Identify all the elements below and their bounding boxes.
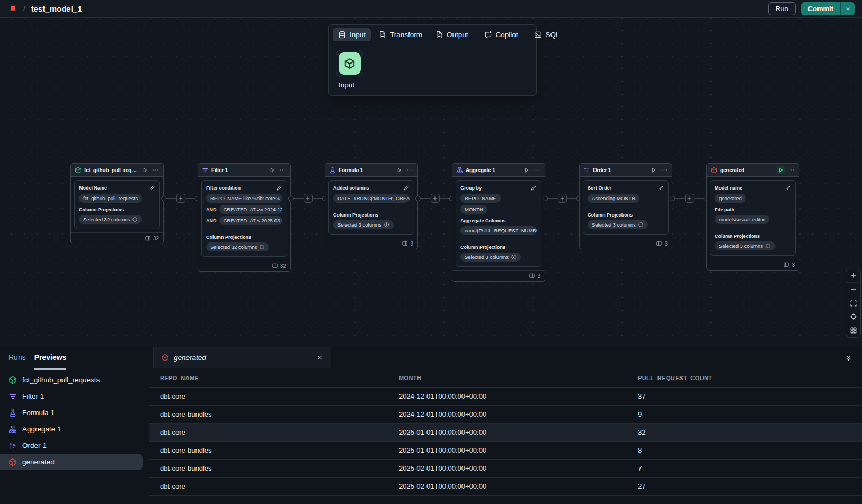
table-cell: 8: [638, 446, 862, 454]
add-node-button[interactable]: [685, 194, 694, 203]
table-row[interactable]: dbt-core2025-02-01T00:00:00+00:0027: [149, 478, 862, 496]
table-row[interactable]: dbt-core2024-12-01T00:00:00+00:0037: [149, 388, 862, 406]
node-value-pill[interactable]: CREATED_AT >= 2024-12-01: [219, 205, 283, 214]
locate-button[interactable]: [846, 310, 860, 323]
node-value-pill[interactable]: Selected 3 columns: [715, 241, 775, 250]
run-node-button[interactable]: [141, 166, 149, 174]
preview-tab-generated[interactable]: generated: [153, 347, 331, 368]
node-menu-button[interactable]: [279, 166, 287, 174]
node-value-pill[interactable]: DATE_TRUNC('MONTH', CREATED_AT...: [333, 194, 410, 203]
node-value-pill[interactable]: Selected 3 columns: [588, 220, 648, 229]
zoom-out-button[interactable]: [846, 282, 860, 296]
node-value-pill[interactable]: generated: [715, 194, 746, 203]
node-menu-button[interactable]: [152, 166, 159, 174]
add-node-button[interactable]: [176, 194, 185, 203]
run-node-button[interactable]: [777, 166, 785, 174]
node-field-row: Selected 32 columns: [79, 215, 155, 224]
column-header[interactable]: PULL_REQUEST_COUNT: [638, 375, 862, 381]
run-node-button[interactable]: [268, 166, 276, 174]
close-icon[interactable]: [316, 354, 323, 361]
node-menu-button[interactable]: [533, 166, 541, 174]
tab-previews[interactable]: Previews: [34, 353, 67, 370]
minimap-button[interactable]: [846, 323, 860, 337]
node-formula-1[interactable]: Formula 1Added columnsDATE_TRUNC('MONTH'…: [325, 163, 418, 249]
zoom-in-button[interactable]: [846, 268, 860, 282]
palette-tab-sql[interactable]: SQL: [529, 28, 565, 41]
node-value-pill[interactable]: Selected 3 columns: [333, 220, 394, 229]
palette-tab-output[interactable]: Output: [430, 28, 474, 41]
list-item-generated[interactable]: generated: [0, 454, 143, 470]
edit-node-button[interactable]: [149, 185, 155, 191]
commit-button[interactable]: Commit: [801, 2, 840, 15]
output-port[interactable]: [288, 196, 294, 201]
node-generated[interactable]: generatedModel namegeneratedFile pathmod…: [706, 163, 799, 271]
output-port[interactable]: [543, 196, 548, 201]
list-item-filter-1[interactable]: Filter 1: [0, 388, 143, 404]
node-fct-github-pull-requests[interactable]: fct_github_pull_requestsModel Namefct_gi…: [70, 163, 164, 244]
add-node-button[interactable]: [304, 194, 313, 203]
node-field-row: fct_github_pull_requests: [79, 194, 155, 203]
node-value-pill[interactable]: fct_github_pull_requests: [79, 194, 142, 203]
table-row[interactable]: dbt-core2025-01-01T00:00:00+00:0032: [149, 424, 862, 442]
palette-tab-label: SQL: [546, 31, 560, 39]
run-button[interactable]: Run: [768, 2, 796, 15]
tab-runs[interactable]: Runs: [8, 353, 26, 370]
run-node-button[interactable]: [522, 166, 530, 174]
node-value-pill[interactable]: Selected 3 columns: [460, 253, 521, 262]
list-item-order-1[interactable]: Order 1: [0, 437, 143, 454]
output-port[interactable]: [670, 196, 675, 201]
node-value-pill[interactable]: Ascending MONTH: [588, 194, 639, 203]
list-item-aggregate-1[interactable]: Aggregate 1: [0, 421, 143, 437]
edge-connector: [672, 194, 706, 203]
output-port[interactable]: [415, 196, 421, 201]
node-title: Formula 1: [339, 167, 393, 173]
node-value-pill[interactable]: Selected 32 columns: [206, 242, 269, 251]
node-value-pill[interactable]: CREATED_AT < 2025-03-01: [219, 216, 283, 225]
node-value-pill[interactable]: MONTH: [460, 205, 487, 214]
palette-tab-transform[interactable]: Transform: [373, 28, 428, 41]
run-node-button[interactable]: [395, 166, 403, 174]
column-header[interactable]: MONTH: [399, 375, 638, 381]
commit-dropdown-button[interactable]: [840, 2, 855, 15]
node-menu-button[interactable]: [406, 166, 414, 174]
node-filter-1[interactable]: Filter 1Filter conditionREPO_NAME like %…: [198, 163, 291, 272]
info-icon: [132, 217, 138, 222]
node-value-pill[interactable]: models/visual_editor: [715, 215, 769, 224]
fit-view-button[interactable]: [846, 296, 860, 310]
palette-tab-input[interactable]: Input: [333, 28, 371, 41]
palette-tab-copilot[interactable]: Copilot: [479, 28, 523, 41]
add-node-button[interactable]: [558, 194, 567, 203]
palette-item-input[interactable]: Input: [336, 50, 373, 89]
canvas[interactable]: InputTransformOutputCopilotSQL Input fct…: [0, 18, 862, 347]
list-item-fct-github-pull-requests[interactable]: fct_github_pull_requests: [0, 372, 143, 388]
collapse-panel-button[interactable]: [842, 352, 855, 364]
section-divider: [459, 240, 538, 240]
node-title: Aggregate 1: [466, 167, 520, 173]
node-order-1[interactable]: Order 1Sort OrderAscending MONTHColumn P…: [579, 163, 672, 249]
edit-node-button[interactable]: [785, 185, 791, 191]
add-node-button[interactable]: [431, 194, 440, 203]
edit-node-button[interactable]: [276, 185, 282, 191]
edit-node-button[interactable]: [530, 185, 537, 191]
node-value-pill[interactable]: REPO_NAME: [460, 194, 501, 203]
table-cell: 37: [638, 392, 862, 400]
dbt-logo-icon[interactable]: [7, 4, 17, 14]
table-row[interactable]: dbt-core-bundles2025-01-01T00:00:00+00:0…: [149, 442, 862, 460]
output-port[interactable]: [161, 196, 166, 201]
edit-node-button[interactable]: [657, 185, 664, 191]
ellipsis-icon: [152, 167, 159, 174]
node-menu-button[interactable]: [787, 166, 795, 174]
node-value-pill[interactable]: REPO_NAME like %dbt-core%: [206, 194, 282, 203]
list-item-formula-1[interactable]: Formula 1: [0, 404, 143, 421]
edit-node-button[interactable]: [403, 185, 410, 191]
node-value-pill[interactable]: count(PULL_REQUEST_NUMBER) as ...: [460, 226, 537, 235]
table-row[interactable]: dbt-core-bundles2025-02-01T00:00:00+00:0…: [149, 460, 862, 478]
run-node-button[interactable]: [650, 166, 657, 174]
table-row[interactable]: dbt-core-bundles2024-12-01T00:00:00+00:0…: [149, 406, 862, 424]
column-header[interactable]: REPO_NAME: [160, 375, 399, 381]
node-menu-button[interactable]: [660, 166, 668, 174]
table-cell: 2025-01-01T00:00:00+00:00: [399, 446, 638, 454]
sort-icon: [583, 167, 590, 174]
node-value-pill[interactable]: Selected 32 columns: [79, 215, 142, 224]
node-aggregate-1[interactable]: Aggregate 1Group byREPO_NAMEMONTHAggrega…: [452, 163, 545, 282]
